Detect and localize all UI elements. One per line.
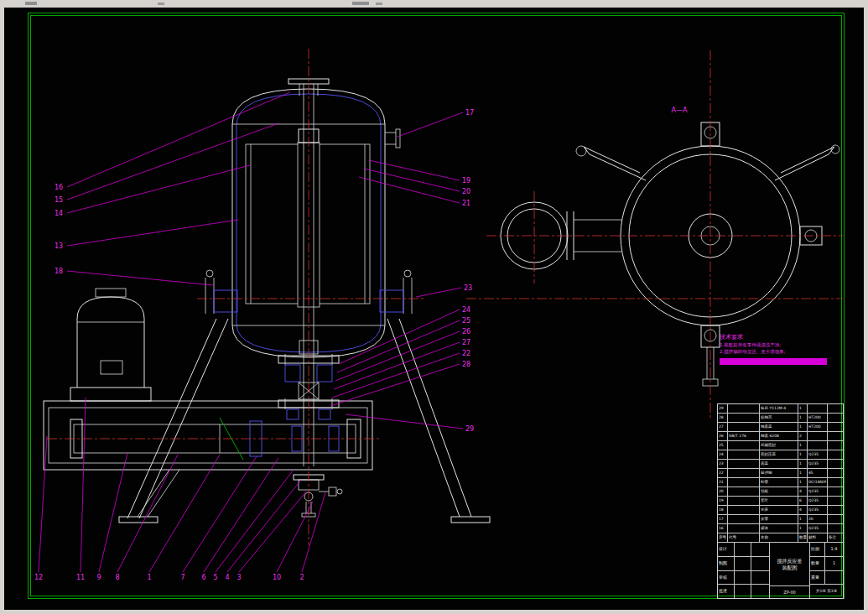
bom-cell [728, 414, 760, 422]
bom-cell: Q235 [808, 506, 828, 514]
bom-cell: 材料 [808, 533, 828, 542]
bom-row: 25机械密封1 [718, 441, 843, 450]
bom-cell: 1 [798, 423, 808, 431]
callout-label: 7 [180, 574, 185, 581]
drawing-number: ZP-00 [770, 585, 809, 598]
callout-label: 27 [462, 339, 470, 346]
title-block-area: 29电机 Y112M-4128联轴器1HT20027轴承盖1HT20026GB/… [717, 403, 844, 599]
callout-label: 3 [236, 574, 241, 581]
blank-cell [735, 585, 751, 598]
bom-cell: 1 [798, 414, 808, 422]
mass-label: 重量 [810, 571, 825, 585]
bom-cell: 密封压盖 [760, 450, 798, 459]
bom-cell: 轴承 6208 [760, 432, 798, 440]
bom-cell: 1 [798, 450, 808, 459]
bom-cell: 4 [798, 487, 808, 496]
callout-label: 21 [462, 200, 470, 207]
bom-cell [728, 524, 760, 533]
sheet-row: 共1张 第1张 [810, 585, 843, 598]
callout-label: 28 [462, 361, 470, 368]
bom-cell [828, 497, 843, 505]
bom-cell [828, 487, 843, 496]
blank-cell [751, 543, 769, 556]
bom-row: 29电机 Y112M-41 [718, 404, 843, 414]
bom-cell: 1 [798, 478, 808, 487]
bom-cell: HT200 [808, 423, 828, 431]
blank-cell [735, 543, 751, 556]
bom-cell: 1 [798, 524, 808, 533]
bom-cell: 23 [718, 460, 728, 468]
bom-cell [828, 432, 843, 440]
callout-label: 17 [465, 109, 474, 117]
bom-row: 21蛇管10Cr18Ni9 [718, 478, 843, 487]
callout-label: 22 [462, 350, 470, 357]
bom-cell: 代号 [728, 533, 760, 542]
callout-label: 6 [201, 574, 205, 581]
bom-cell: Q235 [808, 487, 828, 496]
bom-cell: 29 [718, 404, 728, 413]
drawing-subtitle: 装配图 [770, 565, 809, 571]
bom-row: 26GB/T 276轴承 62082 [718, 432, 843, 441]
callout-label: 29 [465, 425, 474, 433]
callout-label: 8 [115, 574, 119, 581]
bom-cell [728, 423, 760, 431]
bom-cell: 28 [718, 414, 728, 422]
bom-cell [828, 460, 843, 468]
bom-cell: 罐体 [760, 524, 798, 533]
bom-cell [728, 515, 760, 523]
callout-label: 5 [213, 574, 217, 581]
bom-cell: Q235 [808, 460, 828, 468]
bom-cell [728, 469, 760, 477]
bom-cell [828, 441, 843, 450]
role-label: 设计 [718, 543, 735, 556]
bom-cell: 电机 Y112M-4 [760, 404, 798, 413]
role-label: 制图 [718, 557, 735, 570]
bom-cell [728, 441, 760, 450]
bom-row: 19桨叶6Q235 [718, 497, 843, 506]
callout-label: 16 [55, 184, 63, 191]
mass-row: 重量 [810, 571, 843, 585]
title-row: 审核 [718, 571, 769, 585]
qty-label: 数量 [810, 557, 825, 570]
bom-cell: 接管 [760, 515, 798, 523]
bom-row: 28联轴器1HT200 [718, 414, 843, 423]
bom-cell: 序号 [718, 533, 728, 542]
sheet-info: 共1张 第1张 [810, 585, 843, 598]
bom-cell: 45 [808, 469, 828, 477]
bom-cell [728, 497, 760, 505]
bom-cell: 18 [718, 506, 728, 514]
bom-cell [828, 404, 843, 413]
bom-cell: 0Cr18Ni9 [808, 478, 828, 487]
callout-label: 20 [462, 188, 470, 195]
bom-cell: 1 [798, 515, 808, 523]
tech-note-title: 技术要求 [719, 334, 743, 341]
bom-cell: 1 [798, 404, 808, 413]
bom-cell: 21 [718, 478, 728, 487]
bom-cell [808, 404, 828, 413]
bom-row: 27轴承盖1HT200 [718, 423, 843, 432]
bom-cell: 20 [718, 487, 728, 496]
bom-cell [728, 478, 760, 487]
bom-cell [728, 487, 760, 496]
bom-cell: 1 [798, 469, 808, 477]
bom-cell: 19 [718, 497, 728, 505]
bom-cell [828, 423, 843, 431]
scale-value: 1:4 [825, 543, 843, 556]
qty-value: 1 [825, 557, 843, 570]
bom-cell [728, 450, 760, 459]
bom-cell [808, 441, 828, 450]
bom-cell [828, 414, 843, 422]
blank-cell [751, 585, 769, 598]
title-row: 设计 [718, 543, 769, 557]
callout-label: 14 [55, 210, 63, 217]
callout-label: 10 [273, 574, 281, 581]
bom-row: 24密封压盖1Q235 [718, 450, 843, 460]
bom-cell: HT200 [808, 414, 828, 422]
callout-label: 13 [55, 242, 63, 250]
role-label: 审核 [718, 571, 735, 585]
callout-label: 4 [225, 574, 229, 581]
callout-label: 1 [147, 574, 151, 581]
callout-label: 26 [462, 328, 470, 336]
callout-label: 12 [34, 574, 43, 581]
bom-cell [728, 460, 760, 468]
